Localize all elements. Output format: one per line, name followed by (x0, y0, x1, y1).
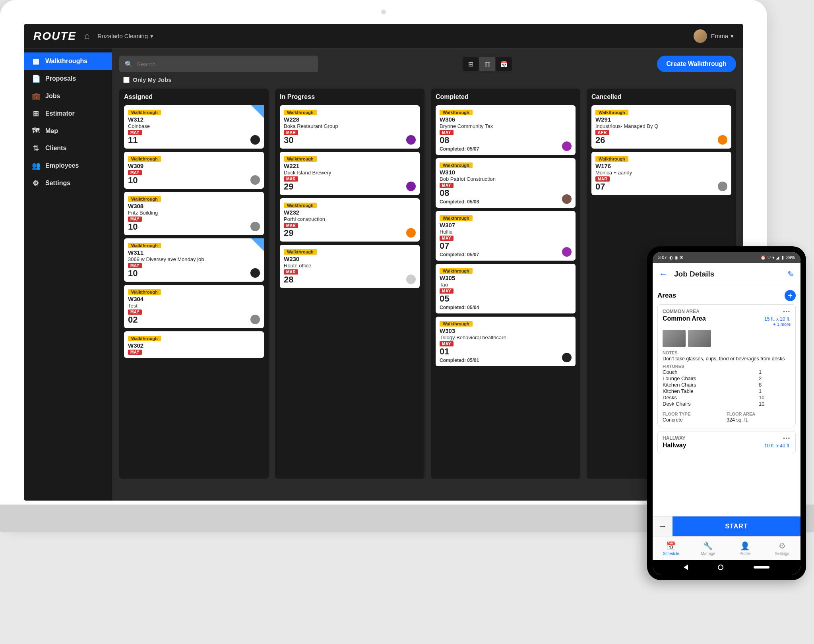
back-button[interactable]: ← (659, 269, 668, 279)
edit-icon[interactable]: ✎ (787, 269, 794, 279)
only-my-jobs-label: Only My Jobs (133, 76, 172, 83)
assignee-avatar (562, 141, 572, 151)
assignee-avatar (562, 247, 572, 257)
fixture-row: Kitchen Chairs8 (663, 382, 791, 388)
nav-icon: ⚙ (32, 179, 40, 188)
walkthrough-card[interactable]: WalkthroughW305TaoMAY05Completed: 05/04 (436, 264, 576, 313)
assignee-avatar (250, 268, 260, 278)
nav-icon: 📅 (666, 541, 676, 551)
assignee-avatar (406, 228, 416, 238)
assignee-avatar (250, 222, 260, 231)
walkthrough-card[interactable]: WalkthroughW3113069 w Diversey ave Monda… (124, 238, 264, 282)
nav-icon: ⊞ (32, 109, 40, 118)
sidebar-item-employees[interactable]: 👥Employees (24, 157, 112, 174)
nav-icon: 👥 (32, 161, 40, 170)
fixture-row: Lounge Chairs2 (663, 375, 791, 381)
assignee-avatar (250, 175, 260, 185)
fixture-row: Desks10 (663, 395, 791, 400)
sidebar-item-walkthroughs[interactable]: ▦Walkthroughs (24, 52, 112, 70)
walkthrough-card[interactable]: WalkthroughW309MAY10 (124, 152, 264, 189)
assignee-avatar (250, 135, 260, 145)
assignee-avatar (406, 135, 416, 145)
arrow-button[interactable]: → (653, 516, 673, 536)
chevron-down-icon: ▾ (150, 33, 153, 40)
sidebar-item-clients[interactable]: ⇅Clients (24, 139, 112, 157)
areas-heading: Areas (657, 292, 676, 300)
nav-icon: 🔧 (703, 541, 713, 551)
assignee-avatar (250, 315, 260, 324)
more-icon[interactable]: ••• (783, 435, 791, 441)
screen-title: Job Details (674, 270, 714, 278)
nav-icon: ▦ (32, 57, 40, 66)
nav-icon: 👤 (740, 541, 750, 551)
area-card[interactable]: HALLWAY••• Hallway 10 ft. x 40 ft. (657, 431, 796, 453)
nav-icon: ⇅ (32, 144, 40, 153)
phone-status-bar: 3:07 ◐ ◉ ✉ ⏰ ♡ ▾ ◢ ▮39% (653, 252, 800, 263)
walkthrough-card[interactable]: WalkthroughW176Monica + aandyMAR07 (591, 152, 731, 195)
column-header: Completed (436, 93, 576, 101)
walkthrough-card[interactable]: WalkthroughW308Fritz BuildingMAY10 (124, 192, 264, 235)
sidebar-item-jobs[interactable]: 💼Jobs (24, 87, 112, 105)
sidebar-item-settings[interactable]: ⚙Settings (24, 174, 112, 192)
fixture-row: Kitchen Table1 (663, 388, 791, 394)
assignee-avatar (406, 275, 416, 284)
walkthrough-card[interactable]: WalkthroughW307HollieMAY07Completed: 05/… (436, 211, 576, 261)
org-dropdown[interactable]: Rozalado Cleaning▾ (97, 33, 153, 40)
bottom-nav-schedule[interactable]: 📅Schedule (653, 537, 690, 560)
android-back-icon[interactable] (684, 565, 688, 570)
android-nav (653, 560, 800, 574)
column-header: Assigned (124, 93, 264, 101)
walkthrough-card[interactable]: WalkthroughW304TestMAY02 (124, 285, 264, 328)
walkthrough-card[interactable]: WalkthroughW228Boka Restaurant GroupMAR3… (280, 105, 420, 149)
add-area-button[interactable]: + (785, 290, 796, 301)
bottom-nav-manage[interactable]: 🔧Manage (690, 537, 727, 560)
walkthrough-card[interactable]: WalkthroughW232Porhl constructionMAR29 (280, 198, 420, 242)
nav-icon: 🗺 (32, 127, 40, 135)
sidebar: ▦Walkthroughs📄Proposals💼Jobs⊞Estimator🗺M… (24, 48, 112, 501)
view-grid-button[interactable]: ⊞ (463, 57, 479, 71)
assignee-avatar (562, 353, 572, 362)
nav-icon: ⚙ (779, 541, 786, 551)
user-dropdown[interactable]: Emma▾ (711, 33, 734, 40)
android-recents-icon[interactable] (754, 566, 769, 569)
walkthrough-card[interactable]: WalkthroughW306Brynne Community TaxMAY08… (436, 105, 576, 155)
fixture-row: Desk Chairs10 (663, 401, 791, 407)
area-card[interactable]: COMMON AREA••• Common Area 15 ft. x 20 f… (657, 304, 796, 427)
nav-icon: 📄 (32, 74, 40, 83)
walkthrough-card[interactable]: WalkthroughW303Trilogy Behavioral health… (436, 317, 576, 366)
user-avatar[interactable] (694, 29, 707, 43)
walkthrough-card[interactable]: WalkthroughW221Duck Island BreweryMAR29 (280, 152, 420, 195)
more-icon[interactable]: ••• (783, 309, 791, 314)
area-photo[interactable] (688, 330, 711, 347)
sidebar-item-proposals[interactable]: 📄Proposals (24, 70, 112, 87)
view-calendar-button[interactable]: 📅 (496, 57, 512, 71)
sidebar-item-estimator[interactable]: ⊞Estimator (24, 105, 112, 122)
assignee-avatar (718, 182, 727, 191)
walkthrough-card[interactable]: WalkthroughW291Industrious- Managed By Q… (591, 105, 731, 149)
nav-icon: 💼 (32, 92, 40, 101)
column-header: In Progress (280, 93, 420, 101)
home-icon[interactable]: ⌂ (84, 31, 89, 41)
walkthrough-card[interactable]: WalkthroughW302MAY (124, 331, 264, 358)
bottom-nav-settings[interactable]: ⚙Settings (764, 537, 800, 560)
android-home-icon[interactable] (718, 565, 723, 570)
area-photo[interactable] (663, 330, 686, 347)
chevron-down-icon: ▾ (731, 33, 734, 40)
start-button[interactable]: START (673, 516, 800, 536)
walkthrough-card[interactable]: WalkthroughW230Route officeMAR28 (280, 245, 420, 288)
column-header: Cancelled (591, 93, 731, 101)
view-board-button[interactable]: ▥ (479, 57, 495, 71)
search-input[interactable]: 🔍 (119, 56, 318, 72)
search-icon: 🔍 (125, 60, 133, 68)
walkthrough-card[interactable]: WalkthroughW310Bob Patriot ConstructionM… (436, 158, 576, 208)
only-my-jobs-checkbox[interactable] (123, 77, 130, 83)
fixture-row: Couch1 (663, 369, 791, 375)
create-walkthrough-button[interactable]: Create Walkthrough (657, 56, 736, 72)
sidebar-item-map[interactable]: 🗺Map (24, 122, 112, 139)
walkthrough-card[interactable]: WalkthroughW312CoinbaseMAY11 (124, 105, 264, 149)
bottom-nav-profile[interactable]: 👤Profile (727, 537, 764, 560)
app-logo: ROUTE (33, 30, 76, 43)
assignee-avatar (562, 194, 572, 204)
assignee-avatar (406, 182, 416, 191)
assignee-avatar (718, 135, 727, 145)
